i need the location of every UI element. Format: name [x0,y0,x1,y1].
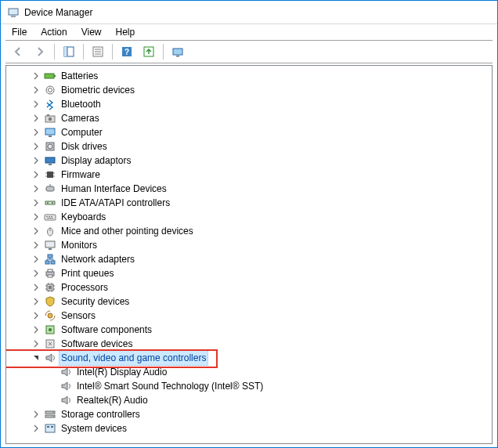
monitor2-icon [44,239,56,251]
bluetooth-icon [44,98,56,110]
tree-node-isst[interactable]: Intel® Smart Sound Technology (Intel® SS… [11,379,492,393]
monitor-icon [44,126,56,139]
tree-node-mice[interactable]: Mice and other pointing devices [11,224,492,238]
display-icon [44,154,56,167]
tree-node-storage[interactable]: Storage controllers [11,407,492,421]
chevron-right-icon[interactable] [31,410,41,419]
tree-node-diskdrives[interactable]: Disk drives [11,139,492,154]
tree-node-sound[interactable]: Sound, video and game controllers [11,351,492,365]
tree-node-monitors[interactable]: Monitors [11,238,492,252]
tree-node-swdev[interactable]: Software devices [11,337,492,351]
chevron-right-icon[interactable] [31,156,41,165]
tree-node-security[interactable]: Security devices [11,294,492,309]
menu-help[interactable]: Help [110,25,142,39]
chevron-right-icon[interactable] [31,128,41,137]
tree-node-label: Human Interface Devices [60,182,168,196]
menu-view[interactable]: View [75,25,108,39]
printer-icon [44,267,56,280]
disk-icon [44,140,56,153]
properties-button[interactable] [88,42,107,61]
nav-forward-button[interactable] [31,42,49,61]
tree-node-label: Intel® Smart Sound Technology (Intel® SS… [75,379,265,393]
tree-node-biometric[interactable]: Biometric devices [11,83,492,97]
tree-node-sensors[interactable]: Sensors [11,309,492,323]
svg-rect-13 [176,56,179,57]
tree-node-printqueues[interactable]: Print queues [11,266,492,280]
device-tree-panel: BatteriesBiometric devicesBluetoothCamer… [5,65,493,444]
tree-node-sysdev[interactable]: System devices [11,421,492,435]
tree-node-label: Software components [60,323,153,337]
tree-node-label: Biometric devices [60,83,136,97]
speaker-icon [44,352,56,364]
tree-node-display[interactable]: Display adaptors [11,154,492,168]
chevron-right-icon[interactable] [31,269,41,278]
svg-rect-1 [11,16,16,17]
tree-node-label: Firmware [60,168,102,182]
chip-icon [44,168,56,181]
chevron-right-icon[interactable] [31,240,41,250]
chevron-right-icon[interactable] [31,85,41,95]
tree-node-label: Display adaptors [60,154,132,168]
tree-node-label: IDE ATA/ATAPI controllers [60,196,171,210]
tree-node-realtek[interactable]: Realtek(R) Audio [11,393,492,407]
sensor-icon [44,309,56,322]
tree-node-batteries[interactable]: Batteries [11,69,492,83]
chevron-right-icon[interactable] [31,142,41,151]
tree-node-keyboards[interactable]: Keyboards [11,210,492,224]
chevron-right-icon[interactable] [31,325,41,334]
toolbar-separator [83,44,84,60]
chevron-right-icon[interactable] [31,283,41,292]
shield-icon [44,295,56,308]
chevron-right-icon[interactable] [31,212,41,222]
chevron-right-icon[interactable] [31,114,41,123]
swdev-icon [44,338,56,350]
tree-node-label: Intel(R) Display Audio [75,365,168,379]
tree-node-label: Realtek(R) Audio [75,393,150,407]
update-driver-button[interactable] [139,42,158,61]
tree-node-bluetooth[interactable]: Bluetooth [11,97,492,111]
tree-node-cameras[interactable]: Cameras [11,111,492,125]
device-tree[interactable]: BatteriesBiometric devicesBluetoothCamer… [6,66,492,439]
tree-node-label: Monitors [60,238,99,252]
chevron-right-icon[interactable] [31,297,41,306]
tree-node-idisplayaudio[interactable]: Intel(R) Display Audio [11,365,492,379]
tree-node-swcomp[interactable]: Software components [11,323,492,337]
network-icon [44,253,56,266]
chevron-right-icon[interactable] [31,198,41,208]
menu-file[interactable]: File [5,25,33,39]
toolbar-separator [54,44,55,60]
chevron-right-icon[interactable] [31,99,41,109]
tree-node-network[interactable]: Network adapters [11,252,492,266]
tree-node-label: Keyboards [60,210,107,224]
tree-node-firmware[interactable]: Firmware [11,168,492,182]
tree-node-ide[interactable]: IDE ATA/ATAPI controllers [11,196,492,210]
scan-hardware-button[interactable] [168,42,187,61]
cpu-icon [44,281,56,294]
chevron-right-icon[interactable] [31,71,41,81]
chevron-right-icon[interactable] [31,339,41,349]
chevron-right-icon[interactable] [31,184,41,193]
chevron-right-icon[interactable] [31,226,41,236]
nav-back-button[interactable] [9,42,27,61]
tree-node-label: Network adapters [60,252,136,266]
toolbar: ? [5,40,493,63]
chevron-right-icon[interactable] [31,170,41,179]
tree-node-processors[interactable]: Processors [11,280,492,294]
help-button[interactable]: ? [117,42,136,61]
menubar: File Action View Help [1,24,497,40]
chevron-down-icon[interactable] [31,353,41,363]
tree-node-label: Bluetooth [60,97,103,111]
tree-node-hid[interactable]: Human Interface Devices [11,182,492,196]
speaker-icon [60,380,72,392]
hid-icon [44,182,56,195]
chevron-right-icon[interactable] [31,255,41,264]
tree-node-label: Computer [60,125,104,139]
chevron-right-icon[interactable] [31,424,41,433]
menu-action[interactable]: Action [34,25,73,39]
show-hide-console-button[interactable] [60,42,78,61]
tree-node-computer[interactable]: Computer [11,125,492,139]
chevron-right-icon[interactable] [31,311,41,320]
fingerprint-icon [44,84,56,96]
tree-node-label: Sensors [60,309,97,323]
window-title: Device Manager [24,7,92,18]
